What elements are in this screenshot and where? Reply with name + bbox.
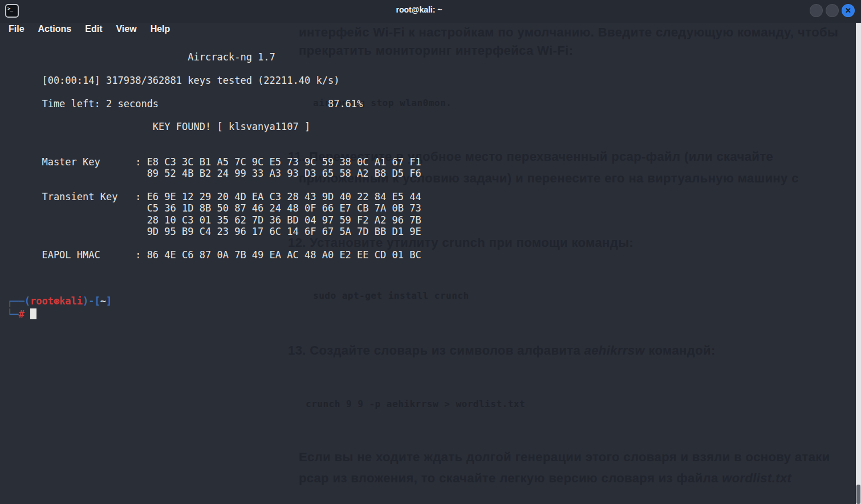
prompt-hash: # xyxy=(18,308,24,320)
ghost-text-outro-wordlist: wordlist.txt xyxy=(722,471,791,485)
ghost-text-wifi-line1: интерфейс Wi-Fi к настройкам по умолчани… xyxy=(299,25,838,40)
menu-edit[interactable]: Edit xyxy=(85,24,102,34)
window-controls: ✕ xyxy=(810,4,855,17)
menu-help[interactable]: Help xyxy=(151,24,170,34)
close-button[interactable]: ✕ xyxy=(842,4,855,17)
window-title: root@kali: ~ xyxy=(334,5,505,14)
prompt-corner-bottom: └─ xyxy=(7,308,18,320)
ghost-text-item13-alphabet: aehikrrsw xyxy=(584,343,645,357)
ghost-text-outro-prefix: pcap из вложения, то скачайте легкую вер… xyxy=(299,471,722,485)
ghost-text-outro-line1: Если вы не ходите ждать долгой генерации… xyxy=(299,450,830,465)
ghost-text-item13-suffix: командой: xyxy=(645,343,716,357)
ghost-cmd-sudo: sudo apt-get install crunch xyxy=(313,290,469,301)
terminal-cursor[interactable] xyxy=(30,308,36,319)
prompt-directory: ~ xyxy=(100,295,106,307)
prompt-user: root⊛kali xyxy=(30,295,83,307)
maximize-button[interactable] xyxy=(826,4,839,17)
prompt-mid: )-[ xyxy=(83,295,100,307)
ghost-cmd-crunch: crunch 9 9 -p aehikrrsw > wordlist.txt xyxy=(306,399,525,409)
scrollbar-thumb[interactable] xyxy=(856,485,860,504)
menu-view[interactable]: View xyxy=(116,24,136,34)
menu-file[interactable]: File xyxy=(9,24,25,34)
terminal-app-icon: >_ xyxy=(5,4,19,18)
shell-prompt[interactable]: ┌──(root⊛kali)-[~] └─# xyxy=(7,295,112,320)
terminal-menubar: File Actions Edit View Help xyxy=(9,24,170,34)
minimize-button[interactable] xyxy=(810,4,823,17)
ghost-text-item13: 13. Создайте словарь из символов алфавит… xyxy=(288,343,716,358)
aircrack-output[interactable]: Aircrack-ng 1.7 [00:00:14] 317938/362881… xyxy=(7,51,421,261)
terminal-prompt-glyph: >_ xyxy=(7,6,13,11)
browser-scrollbar[interactable] xyxy=(856,23,861,504)
kali-desktop-screenshot: { "window": { "title": "root@kali: ~", "… xyxy=(0,0,861,504)
menu-actions[interactable]: Actions xyxy=(38,24,72,34)
ghost-text-outro-line2: pcap из вложения, то скачайте легкую вер… xyxy=(299,471,791,486)
prompt-close: ] xyxy=(106,295,112,307)
prompt-corner-open: ┌──( xyxy=(7,295,30,307)
ghost-text-item13-prefix: 13. Создайте словарь из символов алфавит… xyxy=(288,343,584,357)
